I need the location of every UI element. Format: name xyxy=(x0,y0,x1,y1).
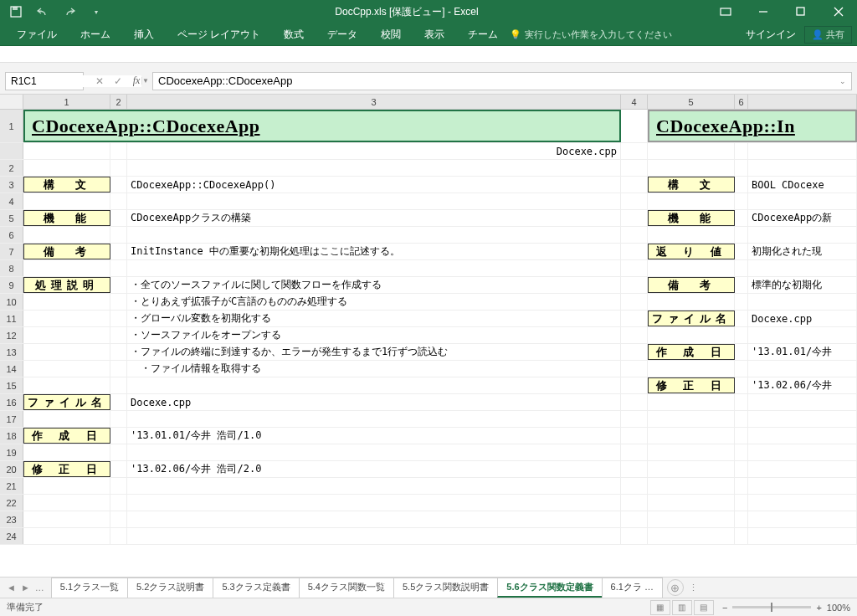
cell[interactable] xyxy=(110,495,127,511)
section-title[interactable]: CDocexeApp::In xyxy=(648,110,857,142)
cell[interactable] xyxy=(621,311,648,326)
cell[interactable] xyxy=(735,294,748,310)
cell[interactable] xyxy=(23,495,110,511)
field-label[interactable]: 作 成 日 xyxy=(648,344,735,360)
cell[interactable] xyxy=(127,495,621,511)
cell[interactable]: Docexe.cpp xyxy=(127,143,621,159)
row-header[interactable]: 4 xyxy=(0,193,23,209)
cell[interactable] xyxy=(748,260,857,276)
cell[interactable] xyxy=(748,361,857,377)
cell[interactable] xyxy=(648,495,735,511)
cell[interactable] xyxy=(648,411,735,427)
cell[interactable] xyxy=(621,227,648,243)
zoom-out-icon[interactable]: − xyxy=(722,603,727,613)
cell[interactable] xyxy=(621,444,648,460)
cell[interactable] xyxy=(110,428,127,444)
row-header[interactable]: 13 xyxy=(0,344,23,360)
cell[interactable] xyxy=(735,327,748,343)
row-header[interactable]: 19 xyxy=(0,444,23,460)
row-header[interactable]: 11 xyxy=(0,311,23,326)
cell[interactable] xyxy=(735,394,748,410)
close-icon[interactable] xyxy=(819,0,857,23)
maximize-icon[interactable] xyxy=(782,0,819,23)
row-header[interactable]: 9 xyxy=(0,277,23,293)
row-header[interactable]: 18 xyxy=(0,428,23,444)
cell[interactable] xyxy=(621,177,648,192)
cell[interactable] xyxy=(648,260,735,276)
cell[interactable] xyxy=(110,277,127,293)
cell[interactable] xyxy=(127,511,621,527)
row-header[interactable]: 15 xyxy=(0,377,23,393)
row-header[interactable] xyxy=(0,143,23,159)
cell[interactable] xyxy=(127,444,621,460)
cell[interactable]: ・全てのソースファイルに関して関数フローを作成する xyxy=(127,277,621,293)
cell[interactable] xyxy=(648,143,735,159)
cell[interactable] xyxy=(110,227,127,243)
cell[interactable] xyxy=(735,428,748,444)
field-label[interactable]: 構 文 xyxy=(648,177,735,192)
cell[interactable] xyxy=(648,394,735,410)
cell[interactable] xyxy=(648,444,735,460)
cell[interactable] xyxy=(748,294,857,310)
sheet-tab[interactable]: 5.6クラス関数定義書 xyxy=(497,578,602,598)
tab-review[interactable]: 校閲 xyxy=(369,23,413,46)
cell[interactable] xyxy=(23,143,110,159)
field-label[interactable]: 機 能 xyxy=(648,210,735,226)
row-header[interactable]: 20 xyxy=(0,461,23,477)
zoom-level[interactable]: 100% xyxy=(827,603,850,613)
sheet-tab[interactable]: 5.1クラス一覧 xyxy=(51,578,128,598)
cell[interactable] xyxy=(110,478,127,494)
field-label[interactable]: 修 正 日 xyxy=(23,461,110,477)
row-header[interactable]: 5 xyxy=(0,210,23,226)
cell[interactable] xyxy=(648,361,735,377)
cell[interactable] xyxy=(648,461,735,477)
cell[interactable] xyxy=(621,327,648,343)
cell[interactable] xyxy=(735,193,748,209)
row-header[interactable]: 16 xyxy=(0,394,23,410)
field-label[interactable]: 構 文 xyxy=(23,177,110,192)
cell[interactable]: '13.01.01/今井 xyxy=(748,344,857,360)
cell[interactable] xyxy=(110,377,127,393)
cell[interactable] xyxy=(110,160,127,176)
cell[interactable] xyxy=(648,193,735,209)
cell[interactable] xyxy=(110,511,127,527)
cell[interactable] xyxy=(621,411,648,427)
cell[interactable]: ・ファイル情報を取得する xyxy=(127,361,621,377)
row-header[interactable]: 14 xyxy=(0,361,23,377)
cell[interactable] xyxy=(621,344,648,360)
sheet-nav-prev-icon[interactable]: ◄ xyxy=(7,583,16,593)
cell[interactable] xyxy=(748,411,857,427)
cell[interactable] xyxy=(748,478,857,494)
cell[interactable] xyxy=(621,160,648,176)
tab-formulas[interactable]: 数式 xyxy=(272,23,316,46)
cell[interactable] xyxy=(748,528,857,544)
add-sheet-button[interactable]: ⊕ xyxy=(667,579,684,596)
cell[interactable] xyxy=(621,361,648,377)
field-label[interactable]: 修 正 日 xyxy=(648,377,735,393)
cell[interactable] xyxy=(23,444,110,460)
cell[interactable]: CDocexeAppの新 xyxy=(748,210,857,226)
cell[interactable] xyxy=(621,260,648,276)
cell[interactable] xyxy=(23,260,110,276)
row-header[interactable]: 24 xyxy=(0,528,23,544)
sheet-tab[interactable]: 5.2クラス説明書 xyxy=(127,578,213,598)
row-header[interactable]: 17 xyxy=(0,411,23,427)
cell[interactable]: ・ファイルの終端に到達するか、エラーが発生するまで1行ずつ読込む xyxy=(127,344,621,360)
col-header[interactable]: 2 xyxy=(110,95,127,109)
cell[interactable] xyxy=(735,361,748,377)
cell[interactable] xyxy=(23,528,110,544)
cancel-icon[interactable]: ✕ xyxy=(92,75,107,87)
cell[interactable] xyxy=(621,277,648,293)
cell[interactable] xyxy=(648,528,735,544)
cell[interactable] xyxy=(23,478,110,494)
cell[interactable] xyxy=(110,260,127,276)
cell[interactable] xyxy=(735,277,748,293)
cell[interactable] xyxy=(23,361,110,377)
sheet-nav-next-icon[interactable]: ► xyxy=(21,583,30,593)
cell[interactable]: ・ソースファイルをオープンする xyxy=(127,327,621,343)
cell[interactable] xyxy=(648,478,735,494)
row-header[interactable]: 21 xyxy=(0,478,23,494)
cell[interactable] xyxy=(110,143,127,159)
cell[interactable] xyxy=(735,377,748,393)
cell[interactable] xyxy=(748,143,857,159)
